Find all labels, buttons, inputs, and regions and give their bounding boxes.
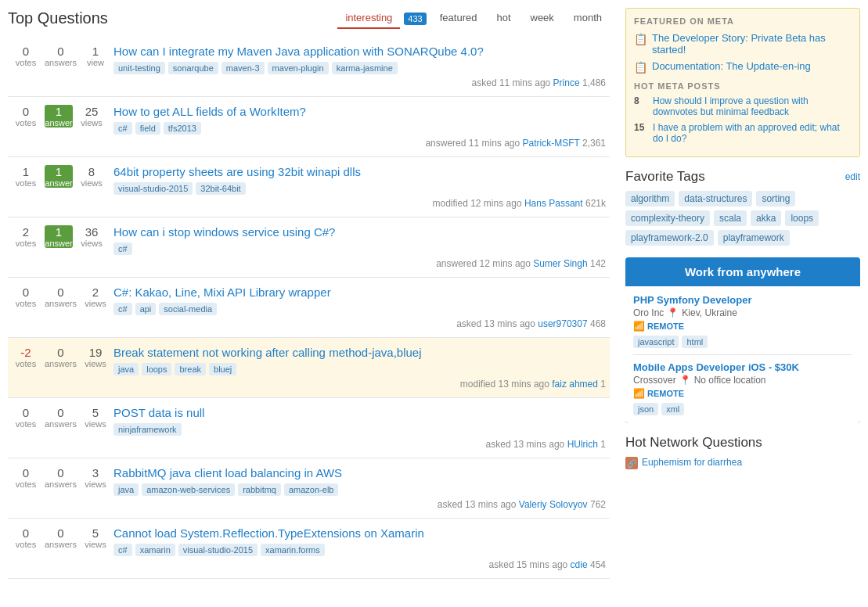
hot-network-list: 🔗 Euphemism for diarrhea <box>625 457 860 469</box>
question-title[interactable]: How can i stop windows service using C#? <box>113 225 606 239</box>
job-tags: jsonxml <box>633 403 852 415</box>
tag[interactable]: karma-jasmine <box>332 62 398 74</box>
fav-tag[interactable]: sorting <box>756 191 795 207</box>
fav-tag[interactable]: akka <box>751 210 781 226</box>
tag[interactable]: xamarin <box>135 544 175 556</box>
fav-tag[interactable]: playframework-2.0 <box>625 230 714 246</box>
fav-tag[interactable]: data-structures <box>679 191 752 207</box>
meta-line: answered 12 mins ago Sumer Singh 142 <box>113 258 606 269</box>
tags-list: c# <box>113 242 606 255</box>
question-title[interactable]: Break statement not working after callin… <box>113 346 606 359</box>
fav-tags-section: Favorite Tags edit algorithmdata-structu… <box>625 169 860 246</box>
hot-meta-posts: 8How should I improve a question with do… <box>634 95 852 144</box>
fav-tag[interactable]: loops <box>785 210 819 226</box>
hot-network-section: Hot Network Questions 🔗 Euphemism for di… <box>625 435 860 469</box>
tag[interactable]: break <box>175 363 206 375</box>
job-location: No office location <box>694 375 766 386</box>
question-title[interactable]: How can I integrate my Maven Java applic… <box>113 45 606 58</box>
fav-tag[interactable]: playframework <box>718 230 790 246</box>
user-link[interactable]: HUlrich <box>567 439 598 450</box>
meta-line: modified 13 mins ago faiz ahmed 1 <box>113 379 606 390</box>
tag[interactable]: rabbitmq <box>238 483 281 496</box>
tag[interactable]: xamarin.forms <box>261 544 325 556</box>
q-stats: 2 votes 1answer 36 views <box>12 225 113 248</box>
meta-line: modified 12 mins ago Hans Passant 621k <box>113 198 606 209</box>
views-stat: 3 views <box>81 466 110 489</box>
user-link[interactable]: Valeriy Solovyov <box>519 499 588 510</box>
answers-stat: 1answer <box>45 165 73 188</box>
question-item: 1 votes 1answer 8 views 64bit property s… <box>8 157 610 217</box>
job-title[interactable]: PHP Symfony Developer <box>633 294 852 306</box>
tag[interactable]: field <box>135 122 160 135</box>
tag[interactable]: ninjaframework <box>113 423 182 436</box>
tab-featured[interactable]: featured <box>432 8 485 29</box>
featured-link[interactable]: Documentation: The Update-en-ing <box>652 60 811 72</box>
question-content: C#: Kakao, Line, Mixi API Library wrappe… <box>113 286 606 329</box>
question-title[interactable]: POST data is null <box>113 406 606 419</box>
tag[interactable]: c# <box>113 242 132 255</box>
user-link[interactable]: cdie <box>571 559 588 570</box>
question-content: 64bit property sheets are using 32bit wi… <box>113 165 606 209</box>
question-title[interactable]: 64bit property sheets are using 32bit wi… <box>113 165 606 178</box>
tag[interactable]: c# <box>113 544 132 556</box>
tag[interactable]: sonarqube <box>168 62 218 74</box>
tag[interactable]: api <box>135 303 157 315</box>
hot-network-item: 🔗 Euphemism for diarrhea <box>625 457 860 469</box>
edit-fav-tags-link[interactable]: edit <box>845 171 860 182</box>
featured-link[interactable]: The Developer Story: Private Beta has st… <box>652 32 852 56</box>
tag[interactable]: c# <box>113 303 132 315</box>
question-item: 2 votes 1answer 36 views How can i stop … <box>8 217 610 278</box>
tag[interactable]: 32bit-64bit <box>196 182 245 195</box>
tab-week[interactable]: week <box>523 8 562 29</box>
meta-line: asked 13 mins ago user970307 468 <box>113 318 606 329</box>
hot-net-link[interactable]: Euphemism for diarrhea <box>642 457 742 468</box>
job-remote: 📶 REMOTE <box>633 388 852 399</box>
meta-icon: 📋 <box>634 61 647 74</box>
fav-tag[interactable]: complexity-theory <box>625 210 710 226</box>
tag[interactable]: social-media <box>159 303 217 315</box>
tag[interactable]: maven-plugin <box>268 62 329 74</box>
question-title[interactable]: Cannot load System.Reflection.TypeExtens… <box>113 526 606 540</box>
question-title[interactable]: RabbitMQ java client load balancing in A… <box>113 466 606 479</box>
tag[interactable]: java <box>113 363 139 375</box>
question-title[interactable]: How to get ALL fields of a WorkItem? <box>113 105 606 118</box>
tab-month[interactable]: month <box>566 8 610 29</box>
tag[interactable]: c# <box>113 122 132 135</box>
answers-stat: 0answers <box>45 526 77 549</box>
user-link[interactable]: Hans Passant <box>524 198 583 209</box>
tag[interactable]: amazon-web-services <box>142 483 235 496</box>
fav-tag[interactable]: algorithm <box>625 191 675 207</box>
question-title[interactable]: C#: Kakao, Line, Mixi API Library wrappe… <box>113 286 606 299</box>
hot-meta-link[interactable]: I have a problem with an approved edit; … <box>653 122 852 144</box>
user-link[interactable]: Prince <box>553 77 580 88</box>
job-tag[interactable]: html <box>682 336 708 348</box>
tag[interactable]: amazon-elb <box>284 483 338 496</box>
tag[interactable]: loops <box>142 363 171 375</box>
tag[interactable]: java <box>113 483 139 496</box>
user-link[interactable]: Sumer Singh <box>533 258 587 269</box>
tab-interesting[interactable]: interesting <box>337 8 400 29</box>
tags-list: javaloopsbreakbluej <box>113 363 606 375</box>
tag[interactable]: visual-studio-2015 <box>178 544 258 556</box>
user-rep: 1,486 <box>582 77 606 88</box>
featured-meta-item: 📋The Developer Story: Private Beta has s… <box>634 32 852 56</box>
job-tag[interactable]: xml <box>661 403 684 415</box>
fav-tag[interactable]: scala <box>714 210 747 226</box>
user-link[interactable]: Patrick-MSFT <box>523 138 580 149</box>
job-tag[interactable]: json <box>633 403 658 415</box>
user-link[interactable]: faiz ahmed <box>552 379 598 390</box>
job-company: Crossover 📍 No office location <box>633 375 852 386</box>
job-title[interactable]: Mobile Apps Developer iOS - $30K <box>633 361 852 373</box>
tag[interactable]: maven-3 <box>222 62 265 74</box>
tag[interactable]: unit-testing <box>113 62 165 74</box>
tab-hot[interactable]: hot <box>488 8 518 29</box>
tag[interactable]: bluej <box>209 363 236 375</box>
user-rep: 762 <box>590 499 606 510</box>
user-link[interactable]: user970307 <box>538 318 587 329</box>
tag[interactable]: visual-studio-2015 <box>113 182 193 195</box>
meta-line: answered 11 mins ago Patrick-MSFT 2,361 <box>113 138 606 149</box>
answers-stat: 0answers <box>45 45 77 67</box>
hot-meta-link[interactable]: How should I improve a question with dow… <box>653 95 852 117</box>
tag[interactable]: tfs2013 <box>164 122 201 135</box>
job-tag[interactable]: javascript <box>633 336 679 348</box>
